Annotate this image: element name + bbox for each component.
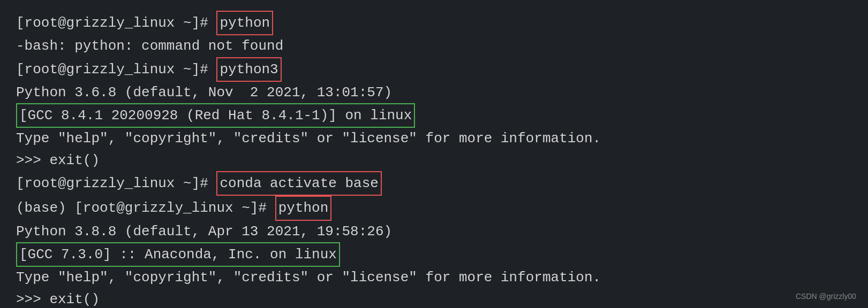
prompt-base-1: (base) [root@grizzly_linux ~]# [16,197,275,219]
prompt-3: [root@grizzly_linux ~]# [16,173,216,194]
terminal-line-12: Type "help", "copyright", "credits" or "… [16,267,852,288]
gcc-info-2: [GCC 7.3.0] :: Anaconda, Inc. on linux [16,242,340,267]
terminal-line-11: [GCC 7.3.0] :: Anaconda, Inc. on linux [16,242,852,267]
exit-1: >>> exit() [16,150,100,171]
watermark: CSDN @grizzly00 [796,292,856,301]
terminal-line-5: [GCC 8.4.1 20200928 (Red Hat 8.4.1-1)] o… [16,103,852,128]
terminal-line-10: Python 3.8.8 (default, Apr 13 2021, 19:5… [16,221,852,242]
terminal-line-13: >>> exit() [16,289,852,308]
prompt-2: [root@grizzly_linux ~]# [16,59,216,80]
command-conda-activate: conda activate base [216,171,381,196]
terminal-line-8: [root@grizzly_linux ~]# conda activate b… [16,171,852,196]
terminal-line-2: -bash: python: command not found [16,35,852,57]
exit-2: >>> exit() [16,289,100,308]
command-python3: python3 [216,57,281,82]
terminal-window: [root@grizzly_linux ~]# python -bash: py… [0,0,868,308]
prompt-1: [root@grizzly_linux ~]# [16,12,216,34]
help-info-2: Type "help", "copyright", "credits" or "… [16,267,601,288]
terminal-line-9: (base) [root@grizzly_linux ~]# python [16,196,852,220]
terminal-line-6: Type "help", "copyright", "credits" or "… [16,128,852,149]
terminal-line-4: Python 3.6.8 (default, Nov 2 2021, 13:01… [16,82,852,103]
command-python-2: python [275,196,332,220]
terminal-line-7: >>> exit() [16,150,852,171]
python-version-2: Python 3.8.8 (default, Apr 13 2021, 19:5… [16,221,392,242]
output-not-found: -bash: python: command not found [16,35,283,57]
python-version-1: Python 3.6.8 (default, Nov 2 2021, 13:01… [16,82,392,103]
command-python-1: python [216,11,273,35]
terminal-line-1: [root@grizzly_linux ~]# python [16,11,852,35]
gcc-info-1: [GCC 8.4.1 20200928 (Red Hat 8.4.1-1)] o… [16,103,415,128]
help-info-1: Type "help", "copyright", "credits" or "… [16,128,601,149]
terminal-line-3: [root@grizzly_linux ~]# python3 [16,57,852,82]
